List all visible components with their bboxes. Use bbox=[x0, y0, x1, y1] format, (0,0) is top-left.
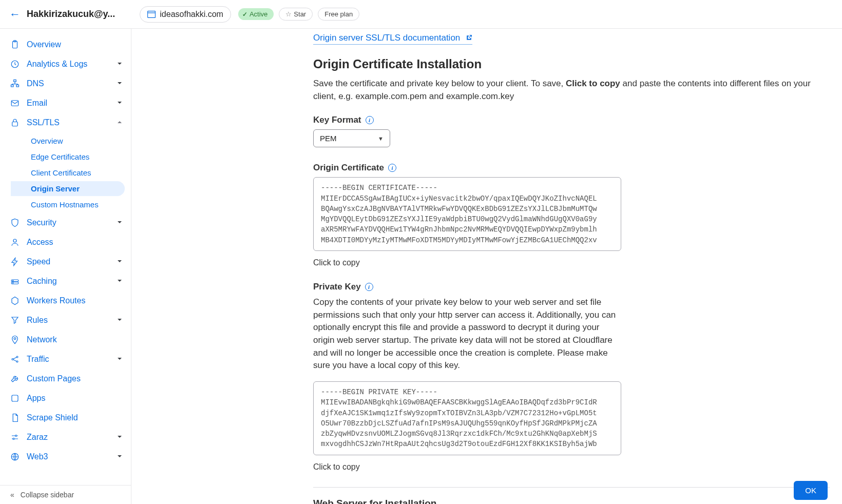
sidebar-item-label: Apps bbox=[27, 394, 45, 403]
sidebar-item-network[interactable]: Network bbox=[0, 330, 131, 350]
svg-rect-19 bbox=[12, 395, 18, 401]
key-format-select[interactable]: PEM ▼ bbox=[313, 129, 390, 147]
sidebar-sub-client-certificates[interactable]: Client Certificates bbox=[29, 165, 131, 180]
sidebar-item-custom-pages[interactable]: Custom Pages bbox=[0, 369, 131, 389]
sidebar-item-web3[interactable]: Web3 bbox=[0, 447, 131, 467]
sidebar-sub-origin-server[interactable]: Origin Server bbox=[11, 181, 125, 196]
mail-icon bbox=[10, 99, 20, 108]
filter-icon bbox=[10, 316, 20, 325]
svg-point-15 bbox=[14, 338, 16, 340]
section-heading: Origin Certificate Installation bbox=[313, 57, 830, 71]
sidebar-item-label: Scrape Shield bbox=[27, 413, 78, 422]
svg-rect-9 bbox=[12, 122, 18, 126]
hex-icon bbox=[10, 296, 20, 305]
main-content: Origin server SSL/TLS documentation Orig… bbox=[131, 29, 842, 504]
sidebar-item-scrape-shield[interactable]: Scrape Shield bbox=[0, 408, 131, 428]
sidebar-item-ssl-tls[interactable]: SSL/TLS bbox=[0, 113, 131, 132]
sidebar: OverviewAnalytics & LogsDNSEmailSSL/TLSO… bbox=[0, 29, 131, 504]
sidebar-sub-overview[interactable]: Overview bbox=[29, 133, 131, 148]
web3-icon bbox=[10, 452, 20, 461]
sidebar-item-label: Traffic bbox=[27, 355, 49, 364]
copy-private-key[interactable]: Click to copy bbox=[313, 462, 830, 472]
sidebar-item-apps[interactable]: Apps bbox=[0, 389, 131, 408]
external-link-icon bbox=[466, 33, 472, 44]
key-format-label: Key Format i bbox=[313, 115, 374, 125]
clipboard-icon bbox=[10, 40, 20, 49]
divider bbox=[313, 487, 830, 488]
svg-rect-8 bbox=[11, 101, 18, 106]
chevron-down-icon bbox=[117, 258, 123, 266]
sidebar-item-access[interactable]: Access bbox=[0, 232, 131, 252]
sidebar-item-security[interactable]: Security bbox=[0, 213, 131, 232]
sidebar-sub-custom-hostnames[interactable]: Custom Hostnames bbox=[29, 197, 131, 212]
svg-point-21 bbox=[13, 438, 14, 440]
drive-icon bbox=[10, 277, 20, 286]
sidebar-item-email[interactable]: Email bbox=[0, 93, 131, 113]
sidebar-item-dns[interactable]: DNS bbox=[0, 74, 131, 93]
svg-point-14 bbox=[13, 283, 13, 283]
collapse-sidebar[interactable]: «Collapse sidebar bbox=[0, 485, 131, 504]
svg-point-16 bbox=[12, 359, 13, 360]
chevron-down-icon bbox=[117, 434, 123, 441]
svg-point-17 bbox=[16, 356, 18, 358]
chevron-down-icon bbox=[117, 278, 123, 285]
plan-chip[interactable]: Free plan bbox=[318, 8, 359, 21]
sidebar-item-label: Rules bbox=[27, 316, 48, 325]
sidebar-item-label: Speed bbox=[27, 257, 50, 266]
info-icon[interactable]: i bbox=[366, 116, 374, 124]
sidebar-item-label: Analytics & Logs bbox=[27, 60, 87, 69]
pin-icon bbox=[10, 335, 20, 344]
sitemap-icon bbox=[10, 79, 20, 88]
web-server-heading: Web Server for Installation bbox=[313, 498, 830, 504]
star-chip[interactable]: Star bbox=[279, 8, 313, 21]
sidebar-item-label: SSL/TLS bbox=[27, 118, 60, 127]
share-icon bbox=[10, 355, 20, 364]
ok-button[interactable]: OK bbox=[794, 481, 828, 500]
sidebar-item-caching[interactable]: Caching bbox=[0, 272, 131, 291]
chevron-down-icon bbox=[117, 61, 123, 68]
doc-icon bbox=[10, 413, 20, 422]
sidebar-item-zaraz[interactable]: Zaraz bbox=[0, 428, 131, 447]
sidebar-item-label: DNS bbox=[27, 79, 44, 88]
doc-link[interactable]: Origin server SSL/TLS documentation bbox=[313, 33, 472, 45]
copy-origin-cert[interactable]: Click to copy bbox=[313, 258, 830, 267]
collapse-icon: « bbox=[10, 491, 14, 499]
box-icon bbox=[10, 394, 20, 403]
chevron-down-icon bbox=[117, 100, 123, 107]
chevron-down-icon bbox=[117, 317, 123, 324]
back-arrow-icon[interactable]: ← bbox=[9, 8, 21, 21]
account-name[interactable]: Hakkirizakucuk@y... bbox=[27, 9, 115, 20]
sidebar-item-rules[interactable]: Rules bbox=[0, 311, 131, 330]
shield-icon bbox=[10, 218, 20, 227]
chevron-down-icon: ▼ bbox=[378, 135, 384, 142]
sidebar-item-label: Access bbox=[27, 238, 53, 247]
top-bar: ← Hakkirizakucuk@y... ideasofhakki.com A… bbox=[0, 0, 842, 29]
sidebar-item-label: Custom Pages bbox=[27, 374, 81, 383]
status-pill: Active bbox=[238, 8, 274, 20]
sidebar-item-workers-routes[interactable]: Workers Routes bbox=[0, 291, 131, 311]
sidebar-item-label: Security bbox=[27, 218, 56, 227]
info-icon[interactable]: i bbox=[388, 164, 396, 172]
lock-icon bbox=[10, 118, 20, 127]
sidebar-item-overview[interactable]: Overview bbox=[0, 35, 131, 54]
origin-cert-textbox[interactable]: -----BEGIN CERTIFICATE----- MIIErDCCA5Sg… bbox=[313, 177, 621, 251]
sidebar-item-label: Network bbox=[27, 335, 57, 344]
chevron-down-icon bbox=[117, 219, 123, 227]
svg-rect-6 bbox=[11, 85, 14, 87]
clock-icon bbox=[10, 60, 20, 69]
chevron-down-icon bbox=[117, 453, 123, 461]
sidebar-item-traffic[interactable]: Traffic bbox=[0, 350, 131, 369]
sidebar-item-analytics-logs[interactable]: Analytics & Logs bbox=[0, 54, 131, 74]
info-icon[interactable]: i bbox=[365, 283, 373, 291]
sidebar-item-label: Email bbox=[27, 99, 47, 108]
sidebar-sub-edge-certificates[interactable]: Edge Certificates bbox=[29, 149, 131, 164]
sidebar-item-label: Zaraz bbox=[27, 433, 48, 442]
sidebar-item-speed[interactable]: Speed bbox=[0, 252, 131, 272]
private-key-textbox[interactable]: -----BEGIN PRIVATE KEY----- MIIEvwIBADAN… bbox=[313, 381, 621, 455]
domain-pill[interactable]: ideasofhakki.com bbox=[140, 6, 231, 23]
svg-point-20 bbox=[15, 435, 17, 437]
chevron-down-icon bbox=[117, 356, 123, 363]
svg-rect-7 bbox=[16, 85, 19, 87]
origin-cert-label: Origin Certificate i bbox=[313, 163, 396, 173]
sidebar-item-label: Workers Routes bbox=[27, 296, 85, 305]
